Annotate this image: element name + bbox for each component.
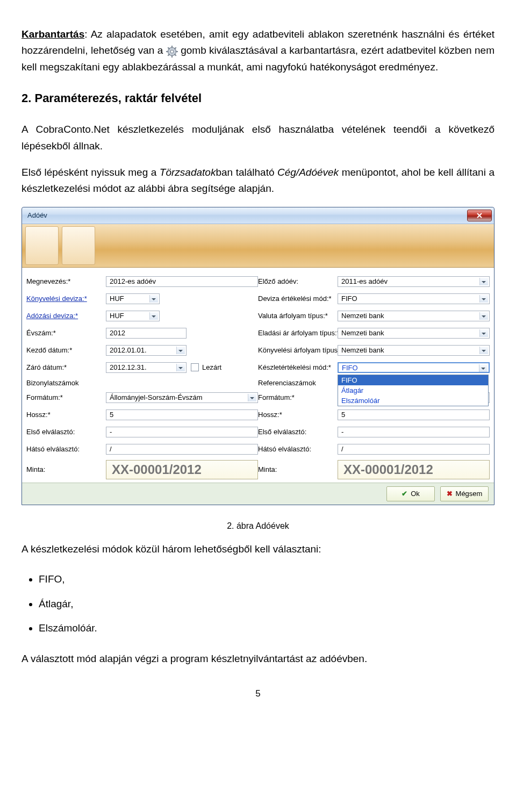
combo-valuta-arfolyam[interactable]: Nemzeti bank [338,311,490,321]
input-hossz-left[interactable]: 5 [106,409,258,420]
label-valuta-arfolyam: Valuta árfolyam típus:* [258,312,333,320]
input-hatso-elvalaszto-left[interactable]: / [106,444,258,455]
bullet-elszamoloar: Elszámolóár. [39,616,494,641]
combo-adozasi-deviza[interactable]: HUF [106,311,160,321]
combo-eladasi-arfolyam[interactable]: Nemzeti bank [338,328,490,339]
combo-elozo-adoev[interactable]: 2011-es adóév [338,276,490,287]
bullet-atlagar: Átlagár, [39,592,494,616]
input-elso-elvalaszto-left[interactable]: - [106,427,258,437]
combo-keszletertekelesi-mod[interactable]: FIFO FIFO Átlagár Elszámolóár [338,362,490,373]
form-body: Megnevezés:* 2012-es adóév Könyvelési de… [22,268,494,483]
input-hossz-right[interactable]: 5 [338,409,490,420]
page-number: 5 [22,688,494,699]
dropdown-keszlet-options: FIFO Átlagár Elszámolóár [338,375,489,406]
titlebar: Adóév [22,207,494,224]
combo-deviza-ertekelesi-mod[interactable]: FIFO [338,293,490,304]
input-kezdo-datum[interactable]: 2012.01.01. [106,345,187,356]
input-hatso-elvalaszto-right[interactable]: / [338,444,490,455]
close-icon [477,213,482,218]
label-hatso-elvalaszto-left: Hátsó elválasztó: [26,445,102,453]
label-elso-elvalaszto-right: Első elválasztó: [258,428,333,436]
paragraph-3: Első lépésként nyissuk meg a Törzsadatok… [22,164,494,197]
paragraph-after-caption: A készletkezelési módok közül három lehe… [22,541,494,557]
label-eladasi-arfolyam: Eladási ár árfolyam típus:* [258,329,333,337]
section-title: 2. Paraméterezés, raktár felvétel [22,91,494,105]
combo-konyvelesi-arfolyam[interactable]: Nemzeti bank [338,345,490,356]
label-keszletertekelesi-mod: Készletértékelési mód:* [258,363,333,371]
label-hatso-elvalaszto-right: Hátsó elválasztó: [258,445,333,453]
svg-line-9 [174,48,176,49]
label-elso-elvalaszto-left: Első elválasztó: [26,428,102,436]
label-formatum-right: Formátum:* [258,393,333,401]
ok-button[interactable]: ✔ Ok [386,486,435,501]
ribbon [22,224,494,268]
paragraph-closing: A választott mód alapján végzi a program… [22,651,494,667]
label-elozo-adoev: Előző adóév: [258,277,333,285]
check-icon: ✔ [402,490,407,498]
left-column: Megnevezés:* 2012-es adóév Könyvelési de… [26,273,258,482]
right-column: Előző adóév: 2011-es adóév Deviza értéke… [258,273,490,482]
minta-display-left: XX-00001/2012 [106,460,258,479]
paragraph-karbantartas: Karbantartás: Az alapadatok esetében, am… [22,26,494,75]
label-minta-left: Minta: [26,465,102,473]
combo-formatum-left[interactable]: Állományjel-Sorszám-Évszám [106,392,258,403]
input-evszam[interactable]: 2012 [106,328,187,339]
cancel-icon: ✖ [447,490,453,498]
label-minta-right: Minta: [258,465,333,473]
option-atlagar[interactable]: Átlagár [338,385,488,396]
close-button[interactable] [467,210,492,221]
checkbox-icon [191,363,199,371]
svg-point-1 [170,51,174,54]
input-megnevezes[interactable]: 2012-es adóév [106,276,258,287]
gear-icon [166,46,178,56]
svg-line-6 [168,48,169,49]
keyword-karbantartas: Karbantartás [22,28,84,40]
label-hossz-left: Hossz:* [26,411,102,419]
label-hossz-right: Hossz:* [258,411,333,419]
option-fifo[interactable]: FIFO [338,375,488,385]
combo-konyvelesi-deviza[interactable]: HUF [106,293,160,304]
paragraph-2: A CobraConto.Net készletkezelés modulján… [22,121,494,154]
section-bizonylatszamok: Bizonylatszámok [26,377,258,389]
cancel-button[interactable]: ✖ Mégsem [440,486,489,501]
figure-caption: 2. ábra Adóévek [22,521,494,531]
bullet-fifo: FIFO, [39,567,494,592]
input-elso-elvalaszto-right[interactable]: - [338,427,490,437]
label-konyvelesi-deviza[interactable]: Könyvelési deviza:* [26,294,102,303]
label-formatum-left: Formátum:* [26,393,102,401]
svg-line-8 [168,54,169,56]
label-deviza-ertekelesi-mod: Deviza értékelési mód:* [258,294,333,303]
svg-line-7 [174,54,176,56]
footer-bar: ✔ Ok ✖ Mégsem [22,483,494,505]
label-adozasi-deviza[interactable]: Adózási deviza:* [26,312,102,320]
ribbon-button-1[interactable] [25,226,59,265]
bullet-list: FIFO, Átlagár, Elszámolóár. [39,567,494,641]
label-zaro-datum: Záró dátum:* [26,363,102,371]
option-elszamoloar[interactable]: Elszámolóár [338,396,488,406]
input-zaro-datum[interactable]: 2012.12.31. [106,362,187,373]
label-megnevezes: Megnevezés:* [26,277,102,285]
checkbox-lezart[interactable]: Lezárt [191,363,221,371]
label-evszam: Évszám:* [26,329,102,337]
label-konyvelesi-arfolyam: Könyvelési árfolyam típus:* [258,346,333,354]
adoev-window: Adóév Megnevezés:* 2012-es adóév Könyvel… [22,207,494,505]
window-title: Adóév [27,211,47,219]
minta-display-right: XX-00001/2012 [338,460,490,479]
label-kezdo-datum: Kezdő dátum:* [26,346,102,354]
ribbon-button-2[interactable] [62,226,95,265]
